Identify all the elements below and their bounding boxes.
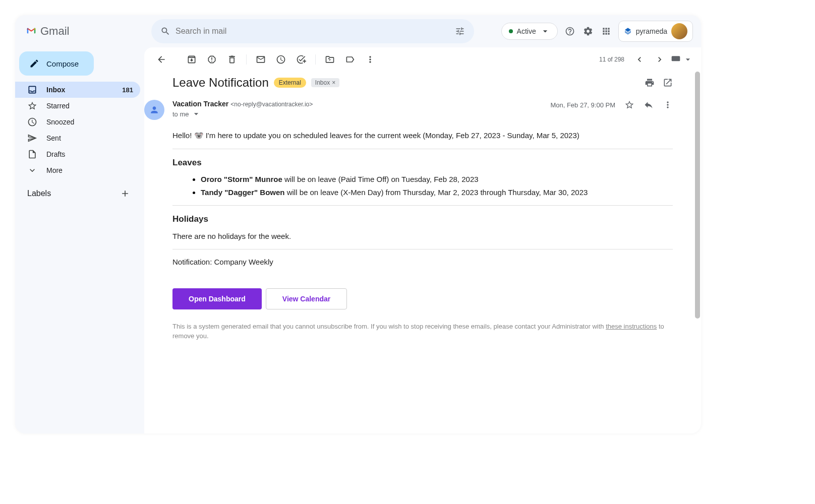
status-label: Active bbox=[517, 27, 536, 35]
search-input[interactable] bbox=[176, 27, 450, 36]
apps-icon[interactable] bbox=[600, 25, 612, 37]
separator bbox=[315, 54, 316, 65]
nav-label: Starred bbox=[46, 102, 133, 110]
nav-label: Inbox bbox=[46, 86, 113, 94]
move-to-button[interactable] bbox=[321, 50, 339, 69]
leaves-list: Ororo "Storm" Munroe will be on leave (P… bbox=[172, 174, 673, 198]
search-bar[interactable] bbox=[151, 19, 474, 43]
compose-label: Compose bbox=[46, 59, 79, 68]
input-tools-button[interactable] bbox=[671, 54, 693, 65]
next-button[interactable] bbox=[651, 50, 669, 69]
sidebar-item-drafts[interactable]: Drafts bbox=[15, 146, 140, 162]
notification-line: Notification: Company Weekly bbox=[172, 257, 673, 268]
avatar[interactable] bbox=[671, 23, 687, 39]
sender-info: Vacation Tracker <no-reply@vacationtrack… bbox=[172, 100, 542, 119]
instructions-link[interactable]: these instructions bbox=[606, 323, 657, 330]
gmail-m-icon bbox=[26, 26, 36, 36]
app-name: Gmail bbox=[40, 25, 69, 38]
sidebar-item-starred[interactable]: Starred bbox=[15, 98, 140, 114]
header: Gmail Active bbox=[15, 15, 701, 47]
labels-heading: Labels bbox=[27, 189, 51, 198]
body: Compose Inbox 181 Starred Snoozed Sent bbox=[15, 47, 701, 433]
email-subject: Leave Notification bbox=[172, 76, 269, 90]
sidebar-item-inbox[interactable]: Inbox 181 bbox=[15, 82, 140, 98]
svg-rect-0 bbox=[672, 56, 680, 61]
more-icon[interactable] bbox=[663, 100, 673, 110]
more-button[interactable] bbox=[361, 50, 379, 69]
separator bbox=[246, 54, 247, 65]
open-dashboard-button[interactable]: Open Dashboard bbox=[172, 288, 262, 309]
main-content: 11 of 298 Leave Notification External In… bbox=[144, 47, 701, 433]
sender-email: <no-reply@vacationtracker.io> bbox=[230, 101, 313, 108]
add-label-button[interactable] bbox=[119, 187, 131, 200]
chevron-down-icon bbox=[27, 165, 37, 175]
toolbar: 11 of 298 bbox=[144, 47, 701, 72]
delete-button[interactable] bbox=[223, 50, 241, 69]
sender-row: Vacation Tracker <no-reply@vacationtrack… bbox=[172, 100, 673, 120]
email-date: Mon, Feb 27, 9:00 PM bbox=[550, 101, 615, 109]
greeting: Hello! 🐨 I'm here to update you on sched… bbox=[172, 130, 673, 142]
search-options-icon[interactable] bbox=[450, 21, 470, 41]
org-name: pyrameda bbox=[636, 27, 667, 35]
support-icon[interactable] bbox=[564, 25, 576, 37]
footer-text: This is a system generated email that yo… bbox=[172, 322, 673, 341]
prev-button[interactable] bbox=[630, 50, 649, 69]
sidebar: Compose Inbox 181 Starred Snoozed Sent bbox=[15, 47, 144, 433]
labels-header: Labels bbox=[15, 178, 140, 204]
search-icon[interactable] bbox=[155, 21, 176, 41]
external-badge: External bbox=[274, 78, 306, 88]
gmail-window: Gmail Active bbox=[15, 15, 701, 433]
status-chip[interactable]: Active bbox=[501, 23, 558, 40]
snooze-button[interactable] bbox=[272, 50, 290, 69]
leaves-heading: Leaves bbox=[172, 156, 673, 169]
subject-row: Leave Notification External Inbox × bbox=[172, 76, 673, 90]
sender-name: Vacation Tracker bbox=[172, 100, 228, 108]
sidebar-item-snoozed[interactable]: Snoozed bbox=[15, 114, 140, 130]
compose-button[interactable]: Compose bbox=[19, 51, 94, 76]
view-calendar-button[interactable]: View Calendar bbox=[266, 288, 347, 309]
status-dot-icon bbox=[509, 29, 513, 33]
email-content: Leave Notification External Inbox × bbox=[144, 72, 701, 433]
report-spam-button[interactable] bbox=[203, 50, 221, 69]
subject-actions bbox=[645, 78, 673, 88]
header-right: Active pyrameda bbox=[501, 21, 693, 42]
nav-label: Snoozed bbox=[46, 118, 133, 126]
button-row: Open Dashboard View Calendar bbox=[172, 288, 673, 309]
labels-button[interactable] bbox=[341, 50, 359, 69]
org-chip[interactable]: pyrameda bbox=[618, 21, 693, 42]
close-icon[interactable]: × bbox=[332, 79, 335, 86]
pagination-info: 11 of 298 bbox=[599, 56, 624, 63]
chevron-down-icon bbox=[540, 26, 550, 36]
logo-area: Gmail bbox=[23, 25, 143, 38]
send-icon bbox=[27, 133, 37, 143]
scrollbar[interactable] bbox=[695, 72, 700, 319]
inbox-icon bbox=[27, 85, 37, 95]
open-new-window-icon[interactable] bbox=[663, 78, 673, 88]
archive-button[interactable] bbox=[183, 50, 201, 69]
nav-label: More bbox=[46, 166, 133, 174]
mark-unread-button[interactable] bbox=[252, 50, 270, 69]
sidebar-item-sent[interactable]: Sent bbox=[15, 130, 140, 146]
list-item: Tandy "Dagger" Bowen will be on leave (X… bbox=[201, 187, 673, 199]
star-icon[interactable] bbox=[624, 100, 634, 110]
print-icon[interactable] bbox=[645, 78, 655, 88]
star-icon bbox=[27, 101, 37, 111]
nav-count: 181 bbox=[122, 86, 133, 94]
reply-icon[interactable] bbox=[644, 100, 654, 110]
sender-avatar[interactable] bbox=[144, 100, 164, 120]
nav-label: Sent bbox=[46, 134, 133, 142]
nav-label: Drafts bbox=[46, 150, 133, 158]
add-task-button[interactable] bbox=[292, 50, 310, 69]
inbox-badge[interactable]: Inbox × bbox=[311, 78, 339, 87]
holidays-text: There are no holidays for the week. bbox=[172, 231, 673, 242]
chevron-down-icon bbox=[191, 109, 201, 119]
settings-icon[interactable] bbox=[582, 25, 594, 37]
list-item: Ororo "Storm" Munroe will be on leave (P… bbox=[201, 174, 673, 185]
holidays-heading: Holidays bbox=[172, 213, 673, 226]
back-button[interactable] bbox=[152, 50, 170, 69]
gmail-logo[interactable]: Gmail bbox=[26, 25, 69, 38]
pencil-icon bbox=[29, 58, 39, 69]
sidebar-item-more[interactable]: More bbox=[15, 162, 140, 178]
to-line[interactable]: to me bbox=[172, 109, 542, 119]
clock-icon bbox=[27, 117, 37, 127]
